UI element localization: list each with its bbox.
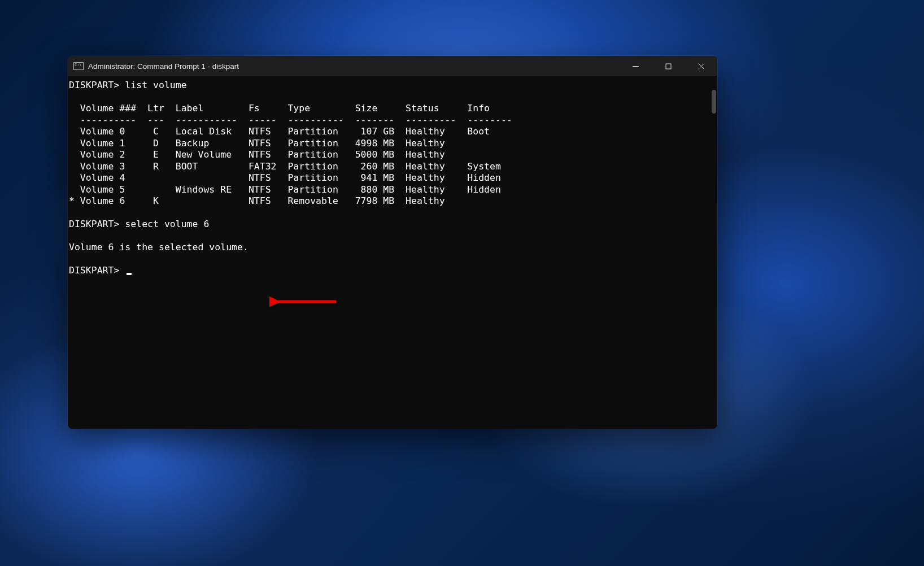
response-selected: Volume 6 is the selected volume. [69, 242, 249, 252]
table-row: Volume 3 R BOOT FAT32 Partition 260 MB H… [69, 161, 501, 172]
table-row: Volume 4 NTFS Partition 941 MB Healthy H… [69, 172, 501, 183]
command-prompt-window: Administrator: Command Prompt 1 - diskpa… [68, 56, 717, 429]
titlebar[interactable]: Administrator: Command Prompt 1 - diskpa… [68, 56, 717, 76]
close-icon [698, 63, 704, 69]
terminal-output[interactable]: DISKPART> list volume Volume ### Ltr Lab… [68, 76, 717, 429]
cmd-icon [73, 62, 84, 70]
scrollbar-thumb[interactable] [712, 90, 716, 114]
table-row: Volume 5 Windows RE NTFS Partition 880 M… [69, 184, 501, 195]
prompt-2: DISKPART> [69, 219, 119, 229]
window-controls [619, 56, 717, 76]
maximize-icon [665, 63, 672, 69]
table-divider: ---------- --- ----------- ----- -------… [69, 115, 512, 125]
minimize-icon [633, 63, 639, 69]
close-button[interactable] [685, 56, 717, 76]
cmd-select-volume: select volume 6 [125, 219, 209, 229]
prompt-3: DISKPART> [69, 265, 125, 276]
red-arrow-annotation [269, 295, 343, 309]
scrollbar-track[interactable] [709, 76, 717, 429]
cursor [127, 273, 132, 275]
table-row: Volume 1 D Backup NTFS Partition 4998 MB… [69, 138, 445, 149]
cmd-list-volume: list volume [125, 80, 186, 90]
maximize-button[interactable] [652, 56, 685, 76]
table-row: Volume 2 E New Volume NTFS Partition 500… [69, 149, 445, 160]
table-header: Volume ### Ltr Label Fs Type Size Status… [69, 103, 490, 114]
minimize-button[interactable] [619, 56, 652, 76]
table-row: * Volume 6 K NTFS Removable 7798 MB Heal… [69, 195, 445, 206]
table-row: Volume 0 C Local Disk NTFS Partition 107… [69, 126, 490, 137]
window-title: Administrator: Command Prompt 1 - diskpa… [88, 62, 239, 71]
svg-rect-1 [666, 64, 671, 69]
terminal-text: DISKPART> list volume Volume ### Ltr Lab… [68, 80, 717, 277]
prompt-1: DISKPART> [69, 80, 119, 90]
